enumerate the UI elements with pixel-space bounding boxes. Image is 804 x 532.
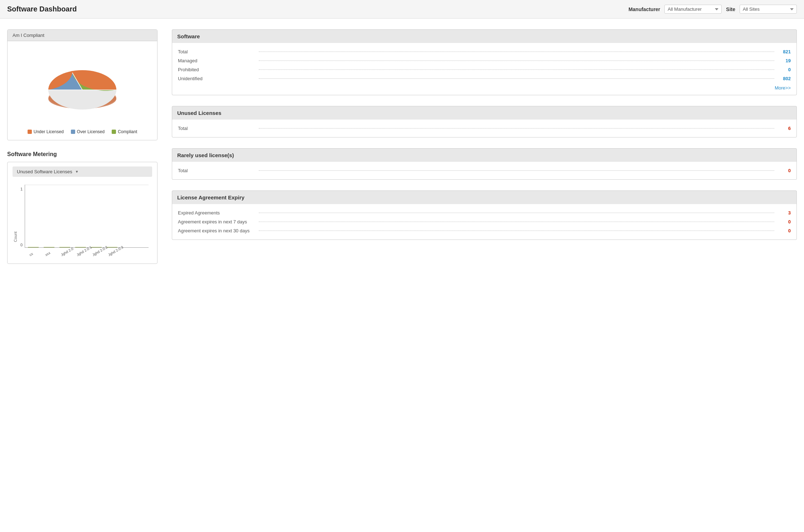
expires-30days-row: Agreement expires in next 30 days 0 xyxy=(178,226,791,235)
right-column: Software Total 821 Managed 19 Prohibited… xyxy=(172,29,797,264)
bar-label-jghd20: Jghd 2.0 xyxy=(60,247,74,257)
bar-item-cx: cx xyxy=(28,247,39,247)
expires-7days-label: Agreement expires in next 7 days xyxy=(178,219,257,224)
bar-jghd203 xyxy=(107,247,117,247)
rarely-used-total-row: Total 0 xyxy=(178,166,791,175)
expires-7days-value[interactable]: 0 xyxy=(776,219,791,224)
bar-item-jghd201: Jghd 2.0.1 xyxy=(75,247,86,247)
gridline-top xyxy=(25,185,149,185)
unused-total-label: Total xyxy=(178,126,257,131)
manufacturer-label: Manufacturer xyxy=(629,6,660,12)
rarely-used-total-label: Total xyxy=(178,168,257,173)
compliance-card-body: Under Licensed Over Licensed Compliant xyxy=(8,41,157,140)
software-total-row: Total 821 xyxy=(178,47,791,56)
rarely-used-total-value[interactable]: 0 xyxy=(776,168,791,173)
y-tick-0: 0 xyxy=(20,243,23,247)
chart-plot-area: cx xxx Jghd 2.0 xyxy=(25,185,149,248)
software-managed-label: Managed xyxy=(178,58,257,63)
software-prohibited-row: Prohibited 0 xyxy=(178,65,791,74)
page-title: Software Dashboard xyxy=(7,5,629,13)
software-section-header: Software xyxy=(172,29,797,43)
bar-chart-area: Count 1 0 cx xyxy=(13,181,152,260)
dropdown-arrow-icon: ▼ xyxy=(75,170,79,174)
main-content: Am I Compliant xyxy=(0,19,804,275)
rarely-used-header: Rarely used license(s) xyxy=(172,148,797,162)
unused-total-value[interactable]: 6 xyxy=(776,126,791,131)
dots-5 xyxy=(259,128,774,129)
dots-1 xyxy=(259,52,774,52)
filter-bar: Manufacturer All Manufacturer Site All S… xyxy=(629,5,797,14)
license-expiry-header: License Agreement Expiry xyxy=(172,190,797,204)
software-total-value[interactable]: 821 xyxy=(776,49,791,54)
software-total-label: Total xyxy=(178,49,257,54)
dots-2 xyxy=(259,61,774,61)
unused-total-row: Total 6 xyxy=(178,124,791,133)
bar-jghd201 xyxy=(75,247,86,247)
bar-jghd20 xyxy=(59,247,70,247)
rarely-used-section: Rarely used license(s) Total 0 xyxy=(172,148,797,180)
bar-xxx xyxy=(44,247,54,247)
legend-compliant: Compliant xyxy=(112,129,137,134)
pie-chart-container xyxy=(13,47,152,126)
pie-legend: Under Licensed Over Licensed Compliant xyxy=(13,129,152,134)
dots-4 xyxy=(259,78,774,79)
software-metering-section: Software Metering Unused Software Licens… xyxy=(7,151,158,264)
unused-licenses-section: Unused Licenses Total 6 xyxy=(172,106,797,137)
expires-7days-row: Agreement expires in next 7 days 0 xyxy=(178,217,791,226)
expires-30days-value[interactable]: 0 xyxy=(776,228,791,233)
software-managed-value[interactable]: 19 xyxy=(776,58,791,63)
expired-agreements-value[interactable]: 3 xyxy=(776,210,791,216)
legend-label-compliant: Compliant xyxy=(118,129,137,134)
bar-item-jghd202: Jghd 2.0.2 xyxy=(91,247,102,247)
pie-chart xyxy=(39,58,125,115)
legend-under-licensed: Under Licensed xyxy=(28,129,64,134)
dots-8 xyxy=(259,222,774,222)
unused-licenses-header: Unused Licenses xyxy=(172,106,797,120)
site-label: Site xyxy=(726,6,735,12)
compliance-card-title: Am I Compliant xyxy=(8,30,157,41)
dots-3 xyxy=(259,69,774,70)
rarely-used-body: Total 0 xyxy=(172,162,797,180)
bar-jghd202 xyxy=(91,247,102,247)
legend-over-licensed: Over Licensed xyxy=(71,129,105,134)
software-prohibited-value[interactable]: 0 xyxy=(776,67,791,72)
unused-licenses-body: Total 6 xyxy=(172,120,797,137)
manufacturer-select[interactable]: All Manufacturer xyxy=(664,5,722,14)
bar-chart-card: Unused Software Licenses ▼ Count 1 0 xyxy=(7,162,158,264)
dots-7 xyxy=(259,213,774,213)
compliance-card: Am I Compliant xyxy=(7,29,158,140)
expired-agreements-row: Expired Agreements 3 xyxy=(178,208,791,217)
y-axis-label: Count xyxy=(13,185,18,242)
bar-item-xxx: xxx xyxy=(44,247,54,247)
bar-label-cx: cx xyxy=(29,252,34,257)
dots-6 xyxy=(259,170,774,171)
software-section-body: Total 821 Managed 19 Prohibited 0 Uniden… xyxy=(172,43,797,95)
bar-cx xyxy=(28,247,39,247)
license-expiry-body: Expired Agreements 3 Agreement expires i… xyxy=(172,204,797,240)
license-expiry-section: License Agreement Expiry Expired Agreeme… xyxy=(172,190,797,240)
bar-item-jghd203: Jghd 2.0.3 xyxy=(107,247,117,247)
software-prohibited-label: Prohibited xyxy=(178,67,257,72)
software-unidentified-value[interactable]: 802 xyxy=(776,76,791,81)
bar-chart-dropdown-label: Unused Software Licenses xyxy=(17,169,72,174)
site-select[interactable]: All Sites xyxy=(740,5,797,14)
expires-30days-label: Agreement expires in next 30 days xyxy=(178,228,257,233)
legend-label-under: Under Licensed xyxy=(34,129,64,134)
y-tick-1: 1 xyxy=(20,187,23,191)
software-unidentified-label: Unidentified xyxy=(178,76,257,81)
legend-dot-compliant xyxy=(112,130,116,134)
software-more-link[interactable]: More>> xyxy=(178,85,791,91)
metering-title: Software Metering xyxy=(7,151,158,158)
legend-dot-over xyxy=(71,130,75,134)
bar-label-xxx: xxx xyxy=(44,251,51,257)
bar-chart-dropdown[interactable]: Unused Software Licenses ▼ xyxy=(13,166,152,177)
bars-group: cx xxx Jghd 2.0 xyxy=(25,185,149,247)
dots-9 xyxy=(259,231,774,231)
legend-label-over: Over Licensed xyxy=(77,129,105,134)
expired-agreements-label: Expired Agreements xyxy=(178,210,257,216)
software-unidentified-row: Unidentified 802 xyxy=(178,74,791,83)
software-section: Software Total 821 Managed 19 Prohibited… xyxy=(172,29,797,95)
bar-item-jghd20: Jghd 2.0 xyxy=(59,247,70,247)
legend-dot-under xyxy=(28,130,32,134)
software-managed-row: Managed 19 xyxy=(178,56,791,65)
